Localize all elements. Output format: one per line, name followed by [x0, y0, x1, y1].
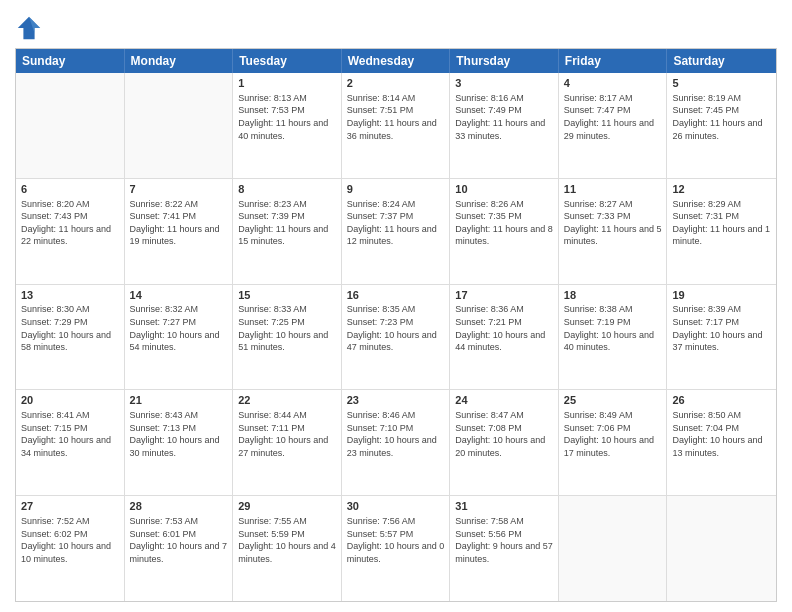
day-info: Sunrise: 8:39 AMSunset: 7:17 PMDaylight:… — [672, 303, 771, 353]
day-info: Sunrise: 8:22 AMSunset: 7:41 PMDaylight:… — [130, 198, 228, 248]
calendar-header-sunday: Sunday — [16, 49, 125, 73]
calendar-cell: 28Sunrise: 7:53 AMSunset: 6:01 PMDayligh… — [125, 496, 234, 601]
calendar-cell: 12Sunrise: 8:29 AMSunset: 7:31 PMDayligh… — [667, 179, 776, 284]
calendar-cell: 4Sunrise: 8:17 AMSunset: 7:47 PMDaylight… — [559, 73, 668, 178]
day-info: Sunrise: 8:50 AMSunset: 7:04 PMDaylight:… — [672, 409, 771, 459]
calendar-cell: 20Sunrise: 8:41 AMSunset: 7:15 PMDayligh… — [16, 390, 125, 495]
day-number: 7 — [130, 182, 228, 197]
day-number: 14 — [130, 288, 228, 303]
day-number: 22 — [238, 393, 336, 408]
calendar-header-thursday: Thursday — [450, 49, 559, 73]
day-info: Sunrise: 8:23 AMSunset: 7:39 PMDaylight:… — [238, 198, 336, 248]
calendar-cell: 23Sunrise: 8:46 AMSunset: 7:10 PMDayligh… — [342, 390, 451, 495]
day-number: 28 — [130, 499, 228, 514]
calendar-cell: 6Sunrise: 8:20 AMSunset: 7:43 PMDaylight… — [16, 179, 125, 284]
calendar: SundayMondayTuesdayWednesdayThursdayFrid… — [15, 48, 777, 602]
day-info: Sunrise: 8:44 AMSunset: 7:11 PMDaylight:… — [238, 409, 336, 459]
day-info: Sunrise: 8:30 AMSunset: 7:29 PMDaylight:… — [21, 303, 119, 353]
calendar-header-saturday: Saturday — [667, 49, 776, 73]
day-number: 15 — [238, 288, 336, 303]
day-info: Sunrise: 8:14 AMSunset: 7:51 PMDaylight:… — [347, 92, 445, 142]
day-info: Sunrise: 8:26 AMSunset: 7:35 PMDaylight:… — [455, 198, 553, 248]
page: SundayMondayTuesdayWednesdayThursdayFrid… — [0, 0, 792, 612]
calendar-cell: 15Sunrise: 8:33 AMSunset: 7:25 PMDayligh… — [233, 285, 342, 390]
day-number: 19 — [672, 288, 771, 303]
calendar-cell: 10Sunrise: 8:26 AMSunset: 7:35 PMDayligh… — [450, 179, 559, 284]
calendar-cell: 24Sunrise: 8:47 AMSunset: 7:08 PMDayligh… — [450, 390, 559, 495]
calendar-header-friday: Friday — [559, 49, 668, 73]
calendar-cell: 2Sunrise: 8:14 AMSunset: 7:51 PMDaylight… — [342, 73, 451, 178]
day-number: 11 — [564, 182, 662, 197]
day-info: Sunrise: 8:38 AMSunset: 7:19 PMDaylight:… — [564, 303, 662, 353]
day-info: Sunrise: 7:58 AMSunset: 5:56 PMDaylight:… — [455, 515, 553, 565]
day-info: Sunrise: 8:36 AMSunset: 7:21 PMDaylight:… — [455, 303, 553, 353]
day-number: 20 — [21, 393, 119, 408]
calendar-cell: 1Sunrise: 8:13 AMSunset: 7:53 PMDaylight… — [233, 73, 342, 178]
day-number: 21 — [130, 393, 228, 408]
calendar-cell — [559, 496, 668, 601]
calendar-cell: 26Sunrise: 8:50 AMSunset: 7:04 PMDayligh… — [667, 390, 776, 495]
calendar-cell: 25Sunrise: 8:49 AMSunset: 7:06 PMDayligh… — [559, 390, 668, 495]
calendar-cell: 27Sunrise: 7:52 AMSunset: 6:02 PMDayligh… — [16, 496, 125, 601]
calendar-cell — [125, 73, 234, 178]
day-info: Sunrise: 8:49 AMSunset: 7:06 PMDaylight:… — [564, 409, 662, 459]
day-info: Sunrise: 8:35 AMSunset: 7:23 PMDaylight:… — [347, 303, 445, 353]
calendar-header-row: SundayMondayTuesdayWednesdayThursdayFrid… — [16, 49, 776, 73]
calendar-cell: 11Sunrise: 8:27 AMSunset: 7:33 PMDayligh… — [559, 179, 668, 284]
day-info: Sunrise: 8:16 AMSunset: 7:49 PMDaylight:… — [455, 92, 553, 142]
day-number: 18 — [564, 288, 662, 303]
day-info: Sunrise: 8:33 AMSunset: 7:25 PMDaylight:… — [238, 303, 336, 353]
day-info: Sunrise: 7:52 AMSunset: 6:02 PMDaylight:… — [21, 515, 119, 565]
day-number: 16 — [347, 288, 445, 303]
day-number: 6 — [21, 182, 119, 197]
day-number: 29 — [238, 499, 336, 514]
day-number: 26 — [672, 393, 771, 408]
calendar-cell: 21Sunrise: 8:43 AMSunset: 7:13 PMDayligh… — [125, 390, 234, 495]
day-info: Sunrise: 7:56 AMSunset: 5:57 PMDaylight:… — [347, 515, 445, 565]
day-number: 31 — [455, 499, 553, 514]
calendar-cell: 16Sunrise: 8:35 AMSunset: 7:23 PMDayligh… — [342, 285, 451, 390]
header — [15, 10, 777, 42]
day-info: Sunrise: 8:47 AMSunset: 7:08 PMDaylight:… — [455, 409, 553, 459]
day-number: 23 — [347, 393, 445, 408]
calendar-header-tuesday: Tuesday — [233, 49, 342, 73]
logo — [15, 14, 47, 42]
calendar-week-5: 27Sunrise: 7:52 AMSunset: 6:02 PMDayligh… — [16, 496, 776, 601]
calendar-cell: 9Sunrise: 8:24 AMSunset: 7:37 PMDaylight… — [342, 179, 451, 284]
day-number: 12 — [672, 182, 771, 197]
calendar-cell: 5Sunrise: 8:19 AMSunset: 7:45 PMDaylight… — [667, 73, 776, 178]
day-number: 4 — [564, 76, 662, 91]
day-info: Sunrise: 8:46 AMSunset: 7:10 PMDaylight:… — [347, 409, 445, 459]
day-number: 25 — [564, 393, 662, 408]
day-number: 5 — [672, 76, 771, 91]
calendar-cell: 8Sunrise: 8:23 AMSunset: 7:39 PMDaylight… — [233, 179, 342, 284]
day-info: Sunrise: 8:19 AMSunset: 7:45 PMDaylight:… — [672, 92, 771, 142]
calendar-header-monday: Monday — [125, 49, 234, 73]
day-number: 8 — [238, 182, 336, 197]
calendar-cell: 3Sunrise: 8:16 AMSunset: 7:49 PMDaylight… — [450, 73, 559, 178]
calendar-cell — [16, 73, 125, 178]
day-number: 3 — [455, 76, 553, 91]
calendar-cell: 7Sunrise: 8:22 AMSunset: 7:41 PMDaylight… — [125, 179, 234, 284]
day-info: Sunrise: 8:29 AMSunset: 7:31 PMDaylight:… — [672, 198, 771, 248]
calendar-cell: 31Sunrise: 7:58 AMSunset: 5:56 PMDayligh… — [450, 496, 559, 601]
day-number: 30 — [347, 499, 445, 514]
day-number: 2 — [347, 76, 445, 91]
day-number: 10 — [455, 182, 553, 197]
calendar-cell: 18Sunrise: 8:38 AMSunset: 7:19 PMDayligh… — [559, 285, 668, 390]
calendar-header-wednesday: Wednesday — [342, 49, 451, 73]
day-info: Sunrise: 8:43 AMSunset: 7:13 PMDaylight:… — [130, 409, 228, 459]
calendar-cell: 19Sunrise: 8:39 AMSunset: 7:17 PMDayligh… — [667, 285, 776, 390]
day-info: Sunrise: 8:41 AMSunset: 7:15 PMDaylight:… — [21, 409, 119, 459]
calendar-week-1: 1Sunrise: 8:13 AMSunset: 7:53 PMDaylight… — [16, 73, 776, 179]
calendar-cell — [667, 496, 776, 601]
day-number: 1 — [238, 76, 336, 91]
day-info: Sunrise: 8:32 AMSunset: 7:27 PMDaylight:… — [130, 303, 228, 353]
calendar-week-3: 13Sunrise: 8:30 AMSunset: 7:29 PMDayligh… — [16, 285, 776, 391]
calendar-cell: 17Sunrise: 8:36 AMSunset: 7:21 PMDayligh… — [450, 285, 559, 390]
calendar-week-4: 20Sunrise: 8:41 AMSunset: 7:15 PMDayligh… — [16, 390, 776, 496]
calendar-cell: 29Sunrise: 7:55 AMSunset: 5:59 PMDayligh… — [233, 496, 342, 601]
day-info: Sunrise: 8:20 AMSunset: 7:43 PMDaylight:… — [21, 198, 119, 248]
day-number: 9 — [347, 182, 445, 197]
day-number: 13 — [21, 288, 119, 303]
